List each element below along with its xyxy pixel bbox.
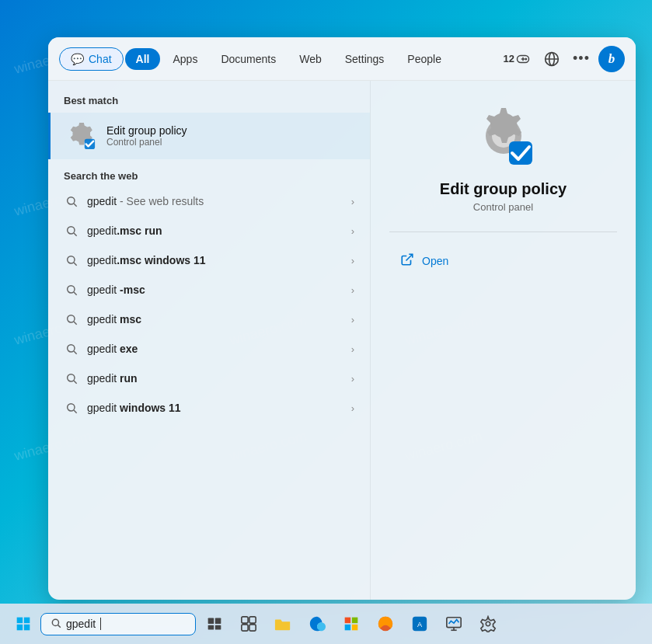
settings-taskbar-btn[interactable]: [472, 608, 504, 639]
svg-point-14: [68, 286, 75, 293]
search-result-1[interactable]: gpedit.msc run ›: [48, 216, 370, 245]
settings-icon: [479, 615, 497, 632]
best-match-item-title: Edit group policy: [106, 124, 187, 137]
search-result-6[interactable]: gpedit run ›: [48, 364, 370, 393]
nav-right-icons: 12 ••• b: [499, 46, 625, 72]
monitor-icon: [445, 615, 462, 632]
search-result-0[interactable]: gpedit - See web results ›: [48, 186, 370, 216]
svg-rect-27: [24, 618, 30, 624]
monitor-btn[interactable]: [438, 608, 469, 639]
svg-rect-38: [242, 625, 248, 631]
result-text-7: gpedit windows 11: [87, 402, 343, 414]
search-icon-7: [64, 400, 79, 416]
edge-browser-btn[interactable]: [302, 608, 333, 639]
svg-line-17: [74, 322, 77, 325]
detail-icon-area: [389, 104, 617, 168]
svg-rect-36: [242, 617, 248, 623]
search-icon-3: [64, 282, 79, 298]
result-text-5: gpedit exe: [87, 343, 343, 355]
best-match-item[interactable]: Edit group policy Control panel: [48, 113, 370, 159]
svg-rect-26: [17, 618, 23, 624]
svg-line-23: [74, 410, 77, 413]
svg-point-10: [68, 227, 75, 234]
bing-button[interactable]: b: [598, 46, 625, 72]
svg-rect-35: [215, 625, 221, 630]
search-result-2[interactable]: gpedit.msc windows 11 ›: [48, 245, 370, 275]
svg-point-8: [68, 197, 75, 204]
tab-chat-label: Chat: [89, 53, 112, 65]
globe-icon-btn[interactable]: [539, 47, 564, 71]
search-icon-1: [64, 223, 79, 238]
tab-all[interactable]: All: [125, 48, 161, 70]
detail-app-type: Control panel: [389, 201, 617, 213]
file-explorer-btn[interactable]: [267, 608, 298, 639]
tab-apps-label: Apps: [173, 53, 197, 65]
firefox-icon: [377, 615, 394, 632]
best-match-texts: Edit group policy Control panel: [106, 124, 187, 148]
svg-rect-39: [249, 625, 256, 631]
tab-documents[interactable]: Documents: [210, 48, 287, 70]
open-icon: [400, 252, 414, 270]
svg-rect-40: [345, 618, 351, 624]
tab-apps[interactable]: Apps: [162, 48, 208, 70]
detail-gear-icon: [472, 104, 535, 168]
edge-icon: [309, 615, 326, 632]
tab-people[interactable]: People: [396, 48, 452, 70]
task-view-btn[interactable]: [199, 608, 230, 639]
svg-rect-28: [17, 625, 23, 631]
tab-chat[interactable]: 💬 Chat: [59, 47, 124, 71]
badge-count-btn[interactable]: 12: [499, 47, 535, 71]
app-icon-gear: [66, 120, 97, 151]
best-match-title: Best match: [48, 95, 370, 113]
widgets-icon: [240, 615, 257, 632]
svg-rect-43: [352, 625, 358, 631]
result-text-0: gpedit - See web results: [87, 195, 343, 207]
badge-number: 12: [504, 53, 514, 64]
detail-app-name: Edit group policy: [389, 180, 617, 198]
svg-line-13: [74, 263, 77, 266]
chevron-icon-0: ›: [351, 196, 354, 207]
search-panel: 💬 Chat All Apps Documents Web Settings P…: [48, 37, 636, 600]
svg-line-11: [74, 233, 77, 236]
chevron-icon-3: ›: [351, 284, 354, 296]
globe-icon: [544, 51, 560, 67]
result-text-3: gpedit -msc: [87, 284, 343, 296]
result-text-2: gpedit.msc windows 11: [87, 254, 343, 266]
svg-point-22: [68, 404, 75, 411]
tab-documents-label: Documents: [221, 53, 276, 65]
firefox-btn[interactable]: [370, 608, 401, 639]
store-btn[interactable]: [336, 608, 367, 639]
chevron-icon-7: ›: [351, 402, 354, 414]
svg-line-25: [406, 254, 413, 260]
chevron-icon-2: ›: [351, 255, 354, 266]
nav-tabs-bar: 💬 Chat All Apps Documents Web Settings P…: [48, 37, 636, 81]
ellipsis-icon: •••: [573, 50, 590, 67]
start-button[interactable]: [9, 610, 37, 638]
svg-rect-34: [208, 625, 214, 630]
taskbar-search-box[interactable]: gpedit: [40, 613, 196, 635]
svg-rect-29: [24, 625, 30, 631]
windows-icon: [16, 616, 31, 632]
detail-divider: [389, 231, 617, 232]
tab-settings[interactable]: Settings: [334, 48, 396, 70]
chevron-icon-6: ›: [351, 373, 354, 385]
search-result-4[interactable]: gpedit msc ›: [48, 305, 370, 334]
search-result-5[interactable]: gpedit exe ›: [48, 334, 370, 364]
more-options-btn[interactable]: •••: [569, 47, 594, 71]
svg-point-18: [68, 345, 75, 352]
svg-point-16: [68, 315, 75, 322]
tab-people-label: People: [407, 53, 441, 65]
folder-icon: [274, 616, 291, 632]
another-btn[interactable]: A: [404, 608, 435, 639]
search-icon-5: [64, 341, 79, 357]
svg-point-20: [68, 374, 75, 381]
tab-web[interactable]: Web: [288, 48, 333, 70]
widgets-btn[interactable]: [233, 608, 264, 639]
search-result-7[interactable]: gpedit windows 11 ›: [48, 393, 370, 423]
svg-point-3: [525, 58, 527, 60]
open-button[interactable]: Open: [389, 246, 459, 276]
main-content: Best match Edit group policy Control pan…: [48, 81, 636, 600]
search-result-3[interactable]: gpedit -msc ›: [48, 275, 370, 305]
svg-rect-41: [352, 618, 358, 624]
result-text-1: gpedit.msc run: [87, 225, 343, 237]
